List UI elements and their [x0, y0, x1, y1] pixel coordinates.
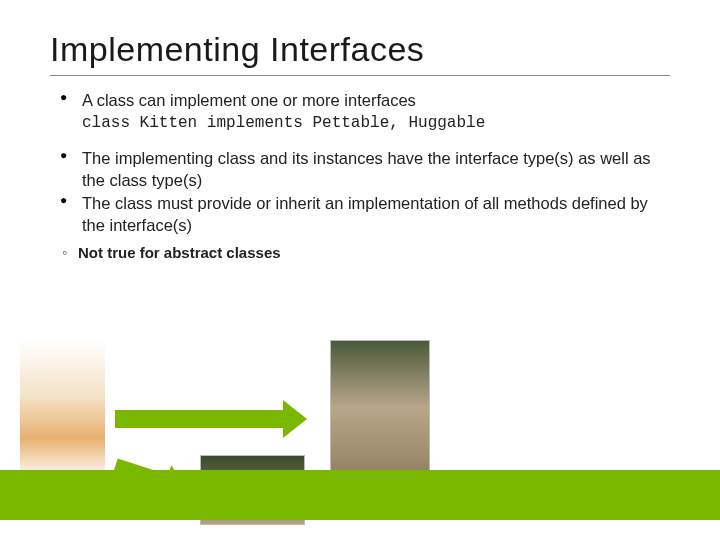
sub-bullet-1: Not true for abstract classes [50, 244, 670, 261]
hugging-image [330, 340, 430, 490]
slide-title: Implementing Interfaces [50, 30, 670, 76]
bullet-3-text: The class must provide or inherit an imp… [82, 194, 648, 233]
sub-bullet-1-text: Not true for abstract classes [78, 244, 281, 261]
bullet-2: The implementing class and its instances… [60, 148, 670, 191]
bullet-1-text: A class can implement one or more interf… [82, 91, 416, 109]
bullet-3: The class must provide or inherit an imp… [60, 193, 670, 236]
bullet-2-text: The implementing class and its instances… [82, 149, 651, 188]
footer-bar [0, 470, 720, 520]
bullet-1-code: class Kitten implements Pettable, Huggab… [82, 113, 670, 134]
kitten-image [20, 340, 105, 480]
arrow-to-hug [115, 410, 285, 428]
bullet-1: A class can implement one or more interf… [60, 90, 670, 134]
bullet-list: A class can implement one or more interf… [50, 90, 670, 236]
